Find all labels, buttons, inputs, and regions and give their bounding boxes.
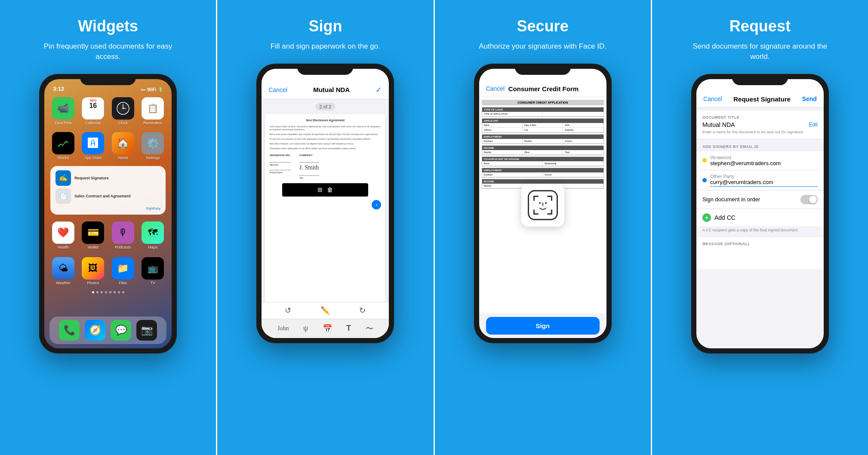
tool-date[interactable]: 📅 [323, 324, 332, 333]
app-podcasts[interactable]: 🎙 Podcasts [110, 221, 136, 249]
panel-sign: Sign Fill and sign paperwork on the go. … [216, 0, 433, 455]
app-calendar[interactable]: WED 16 Calendar [80, 97, 106, 125]
tool-signature[interactable]: John [277, 325, 289, 332]
form-row-applicant-1: Name Date of Birth SSN [482, 123, 603, 128]
doc-title-edit-btn[interactable]: Edit [809, 122, 818, 128]
panel-sign-title: Sign [308, 17, 342, 35]
widget-signeasy[interactable]: ✍ Request Signature 📄 Sales Contract and… [50, 166, 166, 215]
sign-para-5: Temporibus autem quibusdam et aut offici… [269, 147, 381, 150]
app-clock[interactable]: Clock [110, 97, 136, 125]
tool-redo[interactable]: ↻ [359, 306, 366, 315]
message-input[interactable] [702, 248, 818, 265]
form-cell-employer2: Employer [482, 172, 543, 177]
sign-copy-icon[interactable]: ⊞ [317, 186, 323, 194]
dot-8 [122, 291, 124, 293]
cc-hint: A CC recipient gets a copy of the final … [696, 226, 824, 234]
svg-point-13 [539, 202, 541, 204]
form-cell-relationship: Relationship [543, 161, 603, 166]
form-cell-addr: Address [482, 128, 523, 132]
app-photos-icon: 🖼 [82, 257, 104, 280]
app-home[interactable]: 🏠 Home [110, 132, 136, 160]
app-settings-label: Settings [146, 156, 160, 160]
signer-2-info: Other Party curry@verumtraders.com [710, 174, 818, 187]
tool-undo[interactable]: ↺ [285, 306, 291, 315]
app-weather[interactable]: 🌤 Weather [50, 257, 76, 285]
phone-notch-1 [80, 74, 136, 85]
secure-sign-button[interactable]: Sign [486, 317, 600, 335]
panel-request: Request Send documents for signature aro… [651, 0, 868, 455]
svg-point-14 [545, 202, 547, 204]
signer-row-1[interactable]: Verawood stephen@verumtraders.com [696, 151, 824, 170]
dock-camera[interactable]: 📷 [136, 320, 157, 341]
phone-notch-2 [297, 64, 353, 75]
tool-text[interactable]: T [346, 324, 351, 333]
app-files[interactable]: 📁 Files [110, 257, 136, 285]
app-home-icon: 🏠 [112, 132, 134, 154]
app-health[interactable]: ❤️ Health [50, 221, 76, 249]
secure-nav-title: Consumer Credit Form [508, 85, 579, 92]
widget-doc-title-2: Sales Contract and Agreement [74, 194, 131, 198]
dot-3 [101, 291, 103, 293]
sign-para-4: Nam libero tempore, cum soluta nobis est… [269, 142, 381, 145]
tool-draw[interactable]: ✏️ [320, 306, 330, 315]
app-reminders-icon: 📋 [142, 97, 164, 120]
widget-doc-icon-2: 📄 [55, 188, 71, 204]
app-facetime[interactable]: 📹 FaceTime [50, 97, 76, 125]
dock-safari[interactable]: 🧭 [85, 320, 105, 341]
add-cc-row[interactable]: + Add CC [696, 209, 824, 226]
dot-5 [109, 291, 111, 293]
tool-initials[interactable]: ψ [303, 324, 308, 333]
sign-next-btn[interactable]: › [372, 200, 381, 209]
app-home-label: Home [118, 156, 128, 160]
signer-2-name: Other Party [710, 174, 818, 179]
panel-widgets: Widgets Pin frequently used documents fo… [0, 0, 216, 455]
tool-stamp[interactable]: 〜 [366, 323, 373, 334]
signer-row-2[interactable]: Other Party curry@verumtraders.com [696, 170, 824, 190]
app-maps[interactable]: 🗺 Maps [140, 221, 166, 249]
widget-doc-info-2: Sales Contract and Agreement [74, 194, 131, 198]
form-section-loan: TYPE OF LOAN TYPE OF APPLICATION [482, 107, 604, 117]
request-cancel-btn[interactable]: Cancel [703, 95, 722, 102]
form-section-income: INCOME Monthly Other Total [482, 145, 604, 155]
app-appletv[interactable]: 📺 TV [140, 257, 166, 285]
doc-title-section: DOCUMENT TITLE Mutual NDA Edit Enter a n… [696, 111, 824, 138]
app-wallet-label: Wallet [88, 245, 98, 249]
secure-cancel-btn[interactable]: Cancel [486, 85, 505, 92]
app-settings[interactable]: ⚙️ Settings [140, 132, 166, 160]
form-cell-total: Total [563, 150, 603, 154]
form-cell-employer: Employer [482, 139, 523, 143]
sign-doc-title: Non Disclosure Agreement [269, 118, 381, 123]
app-stocks[interactable]: Stocks [50, 132, 76, 160]
sign-order-toggle[interactable] [800, 195, 818, 204]
sign-nav-title: Mutual NDA [313, 86, 350, 93]
sign-para-1: Lorem ipsum dolor sit amet, consectetur … [269, 125, 381, 131]
signer-2-email[interactable]: curry@verumtraders.com [710, 179, 818, 187]
dock-messages[interactable]: 💬 [111, 320, 131, 341]
dock-phone[interactable]: 📞 [59, 320, 80, 341]
signer-1-name: Verawood [710, 155, 818, 160]
app-wallet[interactable]: 💳 Wallet [80, 221, 106, 249]
phone-sign: Cancel Mutual NDA ✓ 2 of 2 Non Disclosur… [256, 64, 394, 343]
signer-1-email: stephen@verumtraders.com [710, 160, 818, 166]
form-row-emp-1: Employer Position Income [482, 139, 603, 144]
form-section-coapplicant: CO-APPLICANT OR SPOUSE Name Relationship [482, 157, 604, 166]
sign-check-btn[interactable]: ✓ [376, 85, 382, 95]
request-send-btn[interactable]: Send [802, 95, 817, 102]
app-maps-icon: 🗺 [142, 221, 164, 244]
form-row-coapplicant: Name Relationship [482, 161, 603, 166]
doc-title-label: DOCUMENT TITLE [702, 115, 818, 120]
sign-cancel-btn[interactable]: Cancel [268, 86, 287, 93]
app-photos-label: Photos [87, 281, 99, 285]
sign-delete-icon[interactable]: 🗑 [327, 186, 333, 194]
app-reminders[interactable]: 📋 Reminders [140, 97, 166, 125]
svg-rect-12 [551, 209, 552, 215]
panel-secure: Secure Authorize your signatures with Fa… [434, 0, 651, 455]
app-clock-icon [112, 97, 134, 120]
app-calendar-icon: WED 16 [82, 97, 104, 120]
phone-secure: Cancel Consumer Credit Form CONSUMER CRE… [474, 64, 612, 343]
app-maps-label: Maps [148, 245, 157, 249]
form-title: CONSUMER CREDIT APPLICATION [482, 100, 604, 105]
app-files-label: Files [119, 281, 127, 285]
app-appstore[interactable]: 🅰 App Store [80, 132, 106, 160]
app-photos[interactable]: 🖼 Photos [80, 257, 106, 285]
